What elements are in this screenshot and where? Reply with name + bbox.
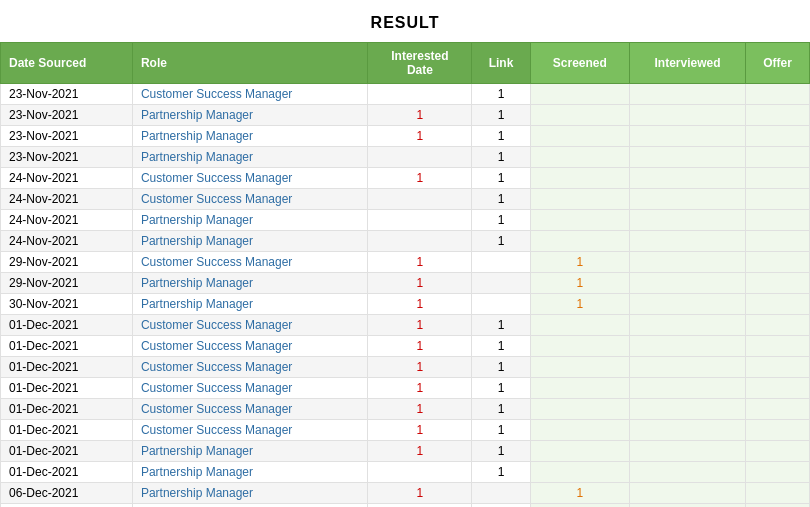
table-cell: 01-Dec-2021 <box>1 357 133 378</box>
table-cell: 29-Nov-2021 <box>1 252 133 273</box>
table-cell: 1 <box>472 315 530 336</box>
table-row: 23-Nov-2021Partnership Manager11 <box>1 105 810 126</box>
table-row: 01-Dec-2021Customer Success Manager11 <box>1 357 810 378</box>
table-cell: 1 <box>368 252 472 273</box>
table-cell: 01-Dec-2021 <box>1 420 133 441</box>
table-cell <box>629 147 745 168</box>
table-cell: 1 <box>472 168 530 189</box>
table-cell: 1 <box>368 315 472 336</box>
table-cell <box>629 357 745 378</box>
table-cell: 1 <box>530 252 629 273</box>
table-cell <box>472 252 530 273</box>
table-row: 01-Dec-2021Customer Success Manager11 <box>1 315 810 336</box>
table-cell: 1 <box>472 462 530 483</box>
page-title: RESULT <box>0 0 810 42</box>
table-cell <box>629 462 745 483</box>
table-header: Date Sourced Role InterestedDate Link Sc… <box>1 43 810 84</box>
col-offer: Offer <box>746 43 810 84</box>
table-cell <box>629 504 745 508</box>
table-cell <box>629 210 745 231</box>
table-cell <box>746 273 810 294</box>
table-cell <box>530 315 629 336</box>
table-cell <box>629 483 745 504</box>
table-cell: Partnership Manager <box>132 462 367 483</box>
table-cell: 1 <box>472 420 530 441</box>
table-cell: 24-Nov-2021 <box>1 231 133 252</box>
table-cell: Partnership Manager <box>132 105 367 126</box>
table-cell: Partnership Manager <box>132 483 367 504</box>
table-cell: Customer Success Manager <box>132 252 367 273</box>
table-cell: 1 <box>472 210 530 231</box>
table-cell <box>629 126 745 147</box>
table-cell <box>746 420 810 441</box>
table-cell <box>746 357 810 378</box>
table-cell <box>629 189 745 210</box>
table-row: 24-Nov-2021Customer Success Manager11 <box>1 168 810 189</box>
table-cell: 1 <box>472 147 530 168</box>
table-row: 01-Dec-2021Customer Success Manager11 <box>1 399 810 420</box>
table-cell: Partnership Manager <box>132 231 367 252</box>
table-cell <box>629 252 745 273</box>
table-cell: Partnership Manager <box>132 294 367 315</box>
table-cell: 30-Nov-2021 <box>1 294 133 315</box>
table-cell <box>629 441 745 462</box>
table-cell <box>530 189 629 210</box>
table-cell: 23-Nov-2021 <box>1 147 133 168</box>
table-cell <box>746 189 810 210</box>
table-cell: 1 <box>472 126 530 147</box>
table-cell: 1 <box>368 126 472 147</box>
table-cell <box>746 84 810 105</box>
table-cell <box>746 462 810 483</box>
table-cell <box>530 336 629 357</box>
table-row: 24-Nov-2021Partnership Manager1 <box>1 231 810 252</box>
table-cell: 1 <box>368 504 472 508</box>
table-cell: Partnership Manager <box>132 210 367 231</box>
table-cell <box>530 168 629 189</box>
table-cell: Partnership Manager <box>132 273 367 294</box>
table-row: 30-Nov-2021Partnership Manager11 <box>1 294 810 315</box>
table-row: 08-Dec-2021Partnership Manager11 <box>1 504 810 508</box>
table-cell: 1 <box>472 231 530 252</box>
table-cell: 23-Nov-2021 <box>1 84 133 105</box>
table-cell: 1 <box>368 168 472 189</box>
table-cell <box>629 168 745 189</box>
table-cell <box>530 462 629 483</box>
table-cell: 01-Dec-2021 <box>1 378 133 399</box>
table-cell: 24-Nov-2021 <box>1 168 133 189</box>
table-cell: 23-Nov-2021 <box>1 126 133 147</box>
table-cell: 23-Nov-2021 <box>1 105 133 126</box>
table-body: 23-Nov-2021Customer Success Manager123-N… <box>1 84 810 508</box>
table-cell <box>746 504 810 508</box>
table-cell <box>530 105 629 126</box>
table-cell <box>746 336 810 357</box>
table-cell: Customer Success Manager <box>132 378 367 399</box>
table-cell: Customer Success Manager <box>132 189 367 210</box>
result-table: Date Sourced Role InterestedDate Link Sc… <box>0 42 810 507</box>
table-cell <box>530 441 629 462</box>
table-cell: 1 <box>368 105 472 126</box>
table-cell: 01-Dec-2021 <box>1 399 133 420</box>
table-cell <box>629 294 745 315</box>
table-cell: 1 <box>472 84 530 105</box>
table-cell <box>629 105 745 126</box>
table-row: 06-Dec-2021Partnership Manager11 <box>1 483 810 504</box>
table-row: 24-Nov-2021Partnership Manager1 <box>1 210 810 231</box>
table-cell <box>629 399 745 420</box>
table-row: 29-Nov-2021Partnership Manager11 <box>1 273 810 294</box>
table-cell: 1 <box>530 504 629 508</box>
table-cell: 1 <box>472 336 530 357</box>
table-cell <box>746 378 810 399</box>
col-role: Role <box>132 43 367 84</box>
table-cell <box>746 126 810 147</box>
table-cell: 1 <box>472 441 530 462</box>
table-cell <box>368 189 472 210</box>
table-row: 01-Dec-2021Customer Success Manager11 <box>1 420 810 441</box>
table-cell: Customer Success Manager <box>132 399 367 420</box>
table-cell: 08-Dec-2021 <box>1 504 133 508</box>
table-cell: Customer Success Manager <box>132 315 367 336</box>
table-cell <box>472 294 530 315</box>
table-row: 01-Dec-2021Partnership Manager1 <box>1 462 810 483</box>
table-cell <box>746 294 810 315</box>
table-cell: 1 <box>472 378 530 399</box>
table-cell: 1 <box>472 105 530 126</box>
